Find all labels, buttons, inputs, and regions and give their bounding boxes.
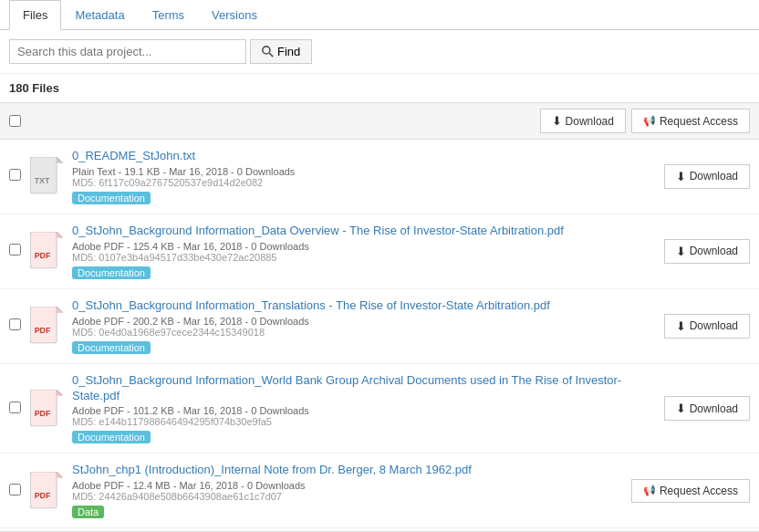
file-md5: MD5: 24426a9408e508b6643908ae61c1c7d07: [72, 491, 622, 502]
file-info: 0_StJohn_Background Information_Data Ove…: [72, 224, 655, 279]
search-bar: Find: [0, 30, 759, 74]
file-action: 📢 Request Access: [631, 479, 750, 503]
download-icon: ⬇: [676, 170, 686, 183]
download-button[interactable]: ⬇ Download: [664, 396, 750, 421]
row-checkbox-0[interactable]: [9, 169, 21, 181]
file-action: ⬇ Download: [664, 239, 750, 264]
search-input[interactable]: [9, 39, 246, 64]
table-row: PDF 0_StJohn_Background Information_Tran…: [0, 289, 759, 364]
file-tag: Documentation: [72, 192, 151, 204]
svg-text:PDF: PDF: [35, 408, 51, 417]
svg-line-1: [269, 53, 273, 57]
download-icon: ⬇: [676, 319, 686, 333]
tab-terms[interactable]: Terms: [139, 0, 198, 30]
row-checkbox-4[interactable]: [9, 484, 21, 495]
file-meta: Adobe PDF - 101.2 KB - Mar 16, 2018 - 0 …: [72, 405, 655, 416]
megaphone-icon: 📢: [643, 485, 656, 496]
file-info: StJohn_chp1 (Introduction)_Internal Note…: [72, 463, 622, 518]
svg-text:PDF: PDF: [35, 326, 51, 335]
file-info: 0_README_StJohn.txtPlain Text - 19.1 KB …: [72, 149, 655, 204]
table-header: ⬇ Download 📢 Request Access: [0, 102, 759, 140]
top-tabs: FilesMetadataTermsVersions: [0, 0, 759, 30]
file-meta: Adobe PDF - 200.2 KB - Mar 16, 2018 - 0 …: [72, 316, 655, 327]
row-checkbox-2[interactable]: [9, 318, 21, 330]
row-checkbox-1[interactable]: [9, 244, 21, 256]
file-md5: MD5: 0e4d0a1968e97cece2344c15349018: [72, 327, 655, 338]
file-name[interactable]: 0_StJohn_Background Information_Data Ove…: [72, 224, 655, 239]
download-button[interactable]: ⬇ Download: [664, 314, 750, 339]
file-action: ⬇ Download: [664, 314, 750, 339]
file-list: TXT 0_README_StJohn.txtPlain Text - 19.1…: [0, 140, 759, 532]
file-name[interactable]: 0_README_StJohn.txt: [72, 149, 655, 164]
file-tag: Documentation: [72, 266, 151, 279]
file-type-icon: PDF: [30, 390, 63, 428]
table-row: PDF 0_StJohn_Background Information_Worl…: [0, 364, 759, 454]
header-download-button[interactable]: ⬇ Download: [540, 109, 626, 133]
file-md5: MD5: 0107e3b4a94517d33be430e72ac20885: [72, 252, 655, 263]
file-info: 0_StJohn_Background Information_World Ba…: [72, 373, 655, 444]
table-row: TXT 0_README_StJohn.txtPlain Text - 19.1…: [0, 140, 759, 214]
file-name[interactable]: 0_StJohn_Background Information_World Ba…: [72, 373, 655, 404]
tab-versions[interactable]: Versions: [198, 0, 271, 30]
file-meta: Plain Text - 19.1 KB - Mar 16, 2018 - 0 …: [72, 166, 655, 177]
tab-files[interactable]: Files: [9, 0, 61, 30]
file-action: ⬇ Download: [664, 396, 750, 421]
file-action: ⬇ Download: [664, 164, 750, 189]
download-button[interactable]: ⬇ Download: [664, 164, 750, 189]
download-arrow-icon: ⬇: [552, 114, 562, 128]
file-tag: Documentation: [72, 431, 151, 443]
download-icon: ⬇: [676, 245, 686, 258]
svg-text:PDF: PDF: [35, 491, 51, 500]
svg-point-0: [263, 47, 270, 54]
svg-text:TXT: TXT: [35, 176, 50, 185]
megaphone-icon: 📢: [643, 115, 656, 127]
file-meta: Adobe PDF - 12.4 MB - Mar 16, 2018 - 0 D…: [72, 480, 622, 491]
table-row: PDF StJohn_chp1 (Introduction)_Letter fr…: [0, 528, 759, 532]
table-row: PDF StJohn_chp1 (Introduction)_Internal …: [0, 454, 759, 528]
row-checkbox-3[interactable]: [9, 402, 21, 413]
file-type-icon: PDF: [30, 307, 63, 345]
file-tag: Documentation: [72, 341, 151, 354]
svg-text:PDF: PDF: [35, 251, 51, 260]
download-button[interactable]: ⬇ Download: [664, 239, 750, 264]
file-name[interactable]: 0_StJohn_Background Information_Translat…: [72, 298, 655, 314]
request-access-button[interactable]: 📢 Request Access: [631, 479, 750, 503]
find-button[interactable]: Find: [250, 39, 312, 64]
select-all-checkbox[interactable]: [9, 115, 21, 127]
file-md5: MD5: e144b117988646494295f074b30e9fa5: [72, 416, 655, 427]
file-type-icon: PDF: [30, 472, 63, 510]
table-row: PDF 0_StJohn_Background Information_Data…: [0, 214, 759, 289]
tab-metadata[interactable]: Metadata: [61, 0, 138, 30]
file-md5: MD5: 6f117c09a2767520537e9d14d2e082: [72, 177, 655, 188]
header-request-button[interactable]: 📢 Request Access: [631, 109, 750, 133]
file-type-icon: PDF: [30, 232, 63, 270]
find-label: Find: [277, 45, 300, 58]
file-tag: Data: [72, 506, 104, 518]
file-type-icon: TXT: [30, 157, 63, 195]
file-meta: Adobe PDF - 125.4 KB - Mar 16, 2018 - 0 …: [72, 241, 655, 252]
header-request-label: Request Access: [660, 115, 738, 128]
file-count: 180 Files: [0, 74, 759, 102]
file-info: 0_StJohn_Background Information_Translat…: [72, 298, 655, 354]
download-icon: ⬇: [676, 402, 686, 415]
header-download-label: Download: [566, 115, 614, 128]
search-icon: [262, 46, 274, 57]
file-name[interactable]: StJohn_chp1 (Introduction)_Internal Note…: [72, 463, 622, 478]
